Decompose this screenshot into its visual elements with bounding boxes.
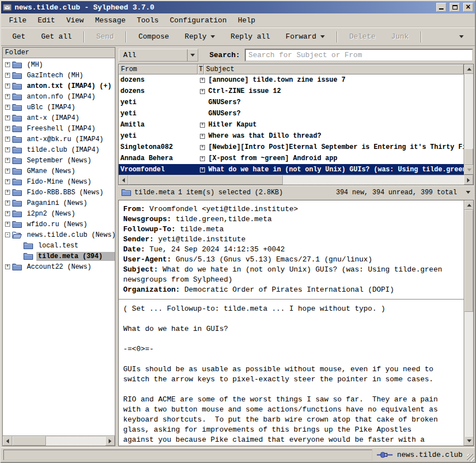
menu-item-edit[interactable]: Edit bbox=[32, 15, 60, 26]
folder-item[interactable]: -news.tilde.club (News) bbox=[3, 230, 115, 240]
menu-item-view[interactable]: View bbox=[60, 15, 89, 26]
scrollbar-thumb[interactable] bbox=[464, 210, 473, 312]
maximize-button[interactable] bbox=[450, 3, 460, 12]
folder-item[interactable]: tilde.meta (394) bbox=[3, 251, 115, 261]
thread-expander-icon[interactable]: + bbox=[200, 134, 205, 139]
folder-item[interactable]: +wfido.ru (News) bbox=[3, 219, 115, 230]
tree-expander-icon[interactable]: + bbox=[5, 62, 10, 67]
scrollbar-thumb[interactable] bbox=[128, 175, 283, 185]
folder-item[interactable]: +anton.txt (IMAP4) (+) bbox=[3, 81, 115, 91]
folder-item[interactable]: +Paganini (News) bbox=[3, 198, 115, 208]
column-header-subject[interactable]: Subject bbox=[204, 64, 464, 74]
folder-item[interactable]: +tilde.club (IMAP4) bbox=[3, 144, 115, 155]
resize-grip[interactable] bbox=[467, 454, 474, 461]
scroll-down-button[interactable] bbox=[464, 436, 474, 446]
folder-item[interactable]: +Fido-RBB.BBS (News) bbox=[3, 187, 115, 198]
scroll-right-button[interactable] bbox=[105, 436, 115, 446]
folder-item[interactable]: +September (News) bbox=[3, 155, 115, 166]
tree-expander-icon[interactable]: + bbox=[5, 94, 10, 99]
tree-expander-icon[interactable]: + bbox=[5, 147, 10, 152]
tree-expander-icon[interactable]: + bbox=[5, 115, 10, 120]
tree-expander-icon[interactable]: + bbox=[5, 264, 10, 269]
search-input[interactable] bbox=[245, 49, 473, 62]
tree-expander-icon[interactable]: - bbox=[5, 232, 10, 237]
folder-item[interactable]: +Account22 (News) bbox=[3, 261, 115, 272]
network-plug-icon[interactable] bbox=[377, 451, 393, 459]
folder-horizontal-scrollbar[interactable] bbox=[3, 436, 115, 446]
tree-expander-icon[interactable]: + bbox=[5, 190, 10, 195]
table-row[interactable]: yetiGNUSers? bbox=[119, 97, 464, 108]
menu-item-message[interactable]: Message bbox=[90, 15, 132, 26]
scroll-down-button[interactable] bbox=[464, 165, 473, 175]
scroll-right-button[interactable] bbox=[464, 175, 473, 185]
thread-expander-icon[interactable]: + bbox=[200, 145, 205, 150]
tree-expander-icon[interactable]: + bbox=[5, 137, 10, 142]
menu-item-tools[interactable]: Tools bbox=[131, 15, 164, 26]
scrollbar-track[interactable] bbox=[464, 74, 473, 165]
folder-item[interactable]: +ant-x@bk.ru (IMAP4) bbox=[3, 134, 115, 144]
scroll-left-button[interactable] bbox=[119, 175, 128, 185]
toolbar-button-reply-all[interactable]: Reply all bbox=[223, 30, 278, 44]
dropdown-button[interactable] bbox=[187, 49, 198, 61]
chevron-down-icon[interactable] bbox=[320, 35, 325, 38]
folder-item[interactable]: local.test bbox=[3, 240, 115, 251]
folder-item[interactable]: +GMane (News) bbox=[3, 166, 115, 176]
scroll-up-button[interactable] bbox=[464, 64, 473, 74]
scrollbar-track[interactable] bbox=[464, 210, 473, 436]
folder-item[interactable]: +i2pn2 (News) bbox=[3, 208, 115, 219]
scroll-up-button[interactable] bbox=[464, 200, 474, 210]
menu-item-help[interactable]: Help bbox=[232, 15, 261, 26]
scrollbar-thumb[interactable] bbox=[464, 148, 473, 165]
filter-dropdown[interactable]: All bbox=[119, 49, 198, 62]
tree-expander-icon[interactable]: + bbox=[5, 200, 10, 205]
chevron-down-icon[interactable] bbox=[211, 35, 215, 38]
column-header-from[interactable]: From bbox=[119, 64, 198, 74]
column-header-t[interactable]: T bbox=[198, 64, 204, 74]
folder-item[interactable]: +ant-x (IMAP4) bbox=[3, 113, 115, 123]
folder-item[interactable]: +Fido-Mine (News) bbox=[3, 176, 115, 187]
menu-item-file[interactable]: File bbox=[3, 15, 32, 26]
thread-expander-icon[interactable]: + bbox=[200, 167, 205, 172]
table-row[interactable]: Annada Behera+[X-post from ~green] Andro… bbox=[119, 153, 464, 164]
folder-item[interactable]: + (MH) bbox=[3, 59, 115, 70]
toolbar-button-compose[interactable]: Compose bbox=[130, 30, 177, 44]
tree-expander-icon[interactable]: + bbox=[5, 158, 10, 163]
tree-expander-icon[interactable]: + bbox=[5, 105, 10, 110]
toolbar-button-reply[interactable]: Reply bbox=[177, 30, 223, 44]
toolbar-button-get-all[interactable]: Get all bbox=[33, 30, 80, 44]
scrollbar-track[interactable] bbox=[128, 175, 464, 185]
table-row[interactable]: Amitla+Hitler Kaput bbox=[119, 119, 464, 130]
tree-expander-icon[interactable]: + bbox=[5, 126, 10, 131]
tree-expander-icon[interactable]: + bbox=[5, 83, 10, 88]
thread-expander-icon[interactable]: + bbox=[200, 123, 205, 128]
tree-expander-icon[interactable]: + bbox=[5, 222, 10, 227]
tree-expander-icon[interactable]: + bbox=[5, 169, 10, 174]
table-row[interactable]: dozens+[announce] tilde.town zine issue … bbox=[119, 74, 464, 86]
tree-expander-icon[interactable]: + bbox=[5, 211, 10, 216]
toolbar-overflow-button[interactable] bbox=[451, 32, 472, 41]
minimize-button[interactable] bbox=[436, 3, 446, 12]
folder-item[interactable]: +anton.nfo (IMAP4) bbox=[3, 91, 115, 102]
thread-expander-icon[interactable]: + bbox=[200, 89, 205, 94]
thread-expander-icon[interactable]: + bbox=[200, 78, 205, 83]
thread-expander-icon[interactable]: + bbox=[200, 156, 205, 161]
counts-dropdown-button[interactable] bbox=[466, 191, 470, 194]
folder-item[interactable]: +uBlc (IMAP4) bbox=[3, 102, 115, 113]
close-button[interactable] bbox=[463, 3, 473, 12]
scrollbar-thumb[interactable] bbox=[12, 436, 46, 446]
folder-item[interactable]: +Freeshell (IMAP4) bbox=[3, 123, 115, 134]
table-row[interactable]: yeti+Where was that Dillo thread? bbox=[119, 130, 464, 142]
table-row[interactable]: yetiGNUSers? bbox=[119, 108, 464, 119]
message-vertical-scrollbar[interactable] bbox=[464, 200, 473, 446]
tree-expander-icon[interactable]: + bbox=[5, 73, 10, 78]
toolbar-button-get[interactable]: Get bbox=[4, 30, 33, 44]
toolbar-button-forward[interactable]: Forward bbox=[278, 30, 333, 44]
titlebar[interactable]: news.tilde.club - Sylpheed 3.7.0 bbox=[1, 1, 475, 13]
list-vertical-scrollbar[interactable] bbox=[464, 64, 473, 175]
folder-item[interactable]: +GazIntech (MH) bbox=[3, 70, 115, 81]
table-row[interactable]: Vroomfondel+What do we hate in (not only… bbox=[119, 164, 464, 175]
list-horizontal-scrollbar[interactable] bbox=[119, 175, 473, 185]
table-row[interactable]: dozens+Ctrl-ZINE issue 12 bbox=[119, 86, 464, 97]
table-row[interactable]: Singletona082+[Newbie][Intro Post]Eterna… bbox=[119, 142, 464, 153]
scroll-left-button[interactable] bbox=[3, 436, 12, 446]
